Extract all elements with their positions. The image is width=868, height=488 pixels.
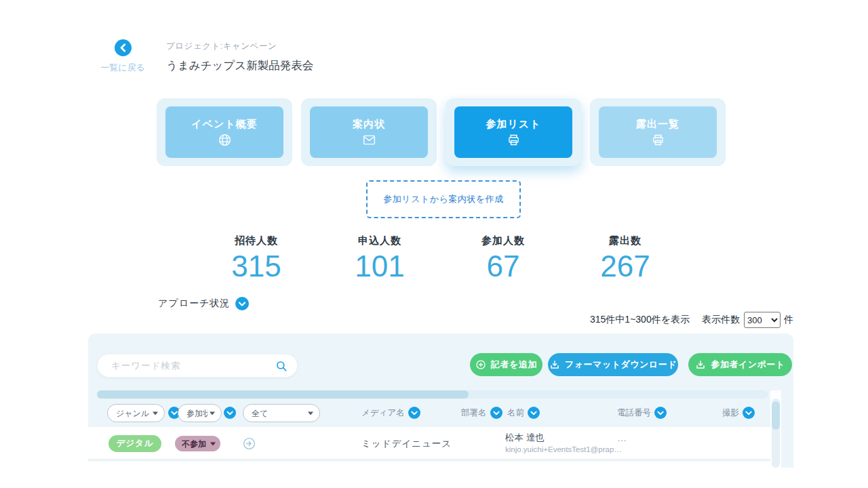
- genre-filter: ジャンル: [107, 404, 165, 422]
- table-header-row: ジャンル 参加状況 全て メディア名 部署名 名前: [88, 401, 770, 426]
- stat-value: 67: [442, 250, 564, 283]
- participant-list-panel: 記者を追加 フォーマットダウンロード 参加者インポート ジャンル 参加状況: [88, 333, 793, 468]
- phone-cell: …: [617, 432, 629, 443]
- format-download-button[interactable]: フォーマットダウンロード: [548, 353, 678, 376]
- column-header-name: 名前: [507, 407, 540, 419]
- download-icon: [549, 359, 560, 370]
- open-detail-arrow-icon[interactable]: [242, 436, 256, 451]
- project-heading: プロジェクト:キャンペーン うまみチップス新製品発表会: [166, 41, 313, 73]
- sort-chevron-icon[interactable]: [654, 407, 667, 419]
- project-label: プロジェクト:キャンペーン: [166, 41, 313, 52]
- globe-icon: [218, 133, 232, 147]
- table-row[interactable]: デジタル 不参加 ミッドデイニュース 松本 達也 kinjo.yuichi+Ev…: [88, 427, 770, 460]
- import-participants-button[interactable]: 参加者インポート: [688, 353, 792, 376]
- stat-applied: 申込人数 101: [319, 235, 441, 283]
- stat-value: 101: [319, 250, 441, 283]
- table-row[interactable]: 伊藤 貴子: [88, 462, 770, 468]
- tab-exposure-list[interactable]: 露出一覧: [590, 98, 726, 166]
- scope-filter: 全て: [243, 404, 320, 422]
- attendance-status-select[interactable]: 不参加: [175, 436, 220, 451]
- participant-name: 松本 達也: [505, 432, 545, 444]
- stat-label: 申込人数: [319, 235, 441, 247]
- column-header-department: 部署名: [461, 407, 502, 419]
- sort-chevron-icon[interactable]: [743, 407, 755, 419]
- add-reporter-button[interactable]: 記者を追加: [470, 353, 542, 376]
- column-header-media-name: メディア名: [361, 407, 420, 419]
- participation-status-filter: 参加状況: [178, 404, 222, 422]
- tab-label: 露出一覧: [636, 118, 679, 131]
- format-download-label: フォーマットダウンロード: [565, 359, 677, 371]
- tab-label: 参加リスト: [486, 118, 540, 131]
- stat-label: 参加人数: [442, 235, 564, 247]
- search-box: [97, 354, 298, 378]
- printer-icon: [507, 133, 521, 147]
- sort-chevron-icon[interactable]: [490, 407, 502, 419]
- stat-label: 招待人数: [195, 235, 317, 247]
- genre-filter-select[interactable]: ジャンル: [108, 405, 164, 422]
- per-page-select[interactable]: 300: [744, 312, 781, 328]
- approach-status-label: アプローチ状況: [158, 298, 230, 310]
- page-title: うまみチップス新製品発表会: [166, 58, 313, 73]
- sort-chevron-icon[interactable]: [408, 407, 420, 419]
- tab-bar: イベント概要 案内状 参加リスト 露出一覧: [157, 98, 726, 166]
- chevron-left-icon[interactable]: [115, 39, 132, 56]
- genre-badge: デジタル: [108, 435, 161, 452]
- tab-invitation[interactable]: 案内状: [301, 98, 437, 166]
- attendance-status-select-wrap: 不参加: [175, 436, 220, 451]
- per-page-label: 表示件数: [702, 314, 740, 326]
- tab-label: 案内状: [353, 118, 385, 131]
- back-label[interactable]: 一覧に戻る: [95, 62, 151, 74]
- stat-invited: 招待人数 315: [195, 235, 317, 283]
- pagination-range-text: 315件中1~300件を表示: [590, 314, 690, 326]
- column-header-photo: 撮影: [722, 407, 755, 419]
- participant-email: kinjo.yuichi+EventsTest1@prap…: [505, 445, 622, 453]
- create-invitation-from-list-button[interactable]: 参加リストから案内状を作成: [366, 180, 521, 218]
- stat-value: 267: [564, 250, 686, 283]
- tab-participant-list[interactable]: 参加リスト: [446, 98, 581, 166]
- plus-circle-icon: [475, 359, 486, 370]
- stat-label: 露出数: [564, 235, 686, 247]
- media-name-cell: ミッドデイニュース: [361, 438, 452, 450]
- import-icon: [695, 359, 706, 370]
- approach-status: アプローチ状況: [158, 297, 249, 310]
- vertical-scrollbar-thumb[interactable]: [772, 401, 780, 430]
- page: 一覧に戻る プロジェクト:キャンペーン うまみチップス新製品発表会 イベント概要…: [0, 0, 868, 488]
- horizontal-scrollbar-thumb[interactable]: [97, 390, 469, 399]
- add-reporter-label: 記者を追加: [491, 359, 537, 371]
- back-button[interactable]: 一覧に戻る: [95, 39, 151, 74]
- stat-attended: 参加人数 67: [442, 235, 564, 283]
- sort-chevron-icon[interactable]: [528, 407, 540, 419]
- column-header-phone: 電話番号: [617, 407, 667, 419]
- import-participants-label: 参加者インポート: [711, 359, 785, 371]
- printer-icon: [651, 133, 665, 147]
- tab-label: イベント概要: [191, 118, 257, 131]
- tab-event-overview[interactable]: イベント概要: [157, 98, 292, 166]
- search-input[interactable]: [98, 354, 297, 377]
- horizontal-scrollbar[interactable]: [97, 390, 768, 399]
- mail-icon: [362, 133, 376, 147]
- chevron-down-icon[interactable]: [235, 297, 249, 310]
- participation-status-filter-select[interactable]: 参加状況: [178, 405, 221, 422]
- scope-filter-select[interactable]: 全て: [243, 405, 319, 422]
- stat-exposure: 露出数 267: [564, 235, 686, 283]
- stat-value: 315: [195, 250, 317, 283]
- status-sort-chevron-icon[interactable]: [224, 407, 236, 419]
- search-icon[interactable]: [275, 360, 288, 372]
- per-page-unit: 件: [784, 314, 793, 326]
- pagination-bar: 315件中1~300件を表示 表示件数 300 件: [590, 312, 793, 328]
